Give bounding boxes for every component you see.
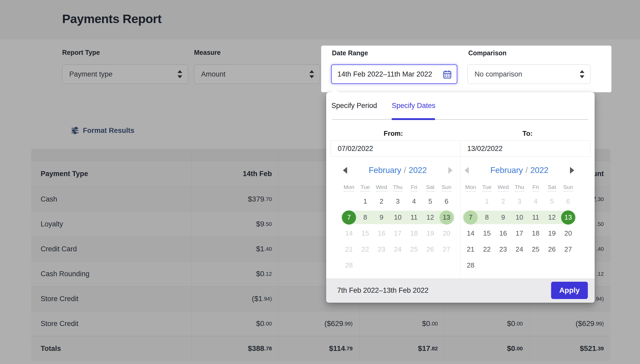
date-picker-popup: Specify Period Specify Dates From: To: 0… <box>326 92 595 303</box>
comparison-select[interactable]: No comparison <box>467 64 590 84</box>
popup-divider <box>460 157 460 278</box>
calendar-header: February/2022 <box>462 163 576 178</box>
calendar-day[interactable]: 14 <box>462 225 479 241</box>
calendar-day[interactable]: 16 <box>495 225 511 241</box>
calendar-day-empty <box>422 257 438 273</box>
calendar-day: 23 <box>373 241 390 257</box>
date-range-input[interactable]: 14th Feb 2022–11th Mar 2022 <box>331 64 457 84</box>
calendar-day: 18 <box>406 225 422 241</box>
calendar-day-empty <box>438 257 455 273</box>
month-year-separator: / <box>523 166 530 175</box>
calendar-day[interactable]: 21 <box>462 241 479 257</box>
calendar-day[interactable]: 2 <box>373 193 390 209</box>
date-range-value: 14th Feb 2022–11th Mar 2022 <box>337 70 432 78</box>
calendar-day[interactable]: 7 <box>462 209 479 225</box>
chevron-left-icon[interactable] <box>465 167 469 174</box>
calendar-day[interactable]: 24 <box>511 241 528 257</box>
calendar-day: 20 <box>438 225 455 241</box>
calendar-day[interactable]: 19 <box>544 225 560 241</box>
calendar-day: 19 <box>422 225 438 241</box>
calendar-day[interactable]: 4 <box>406 193 422 209</box>
weekday-label: Sat <box>544 184 560 190</box>
calendar-day[interactable]: 15 <box>479 225 495 241</box>
calendar-day[interactable]: 13 <box>560 209 576 225</box>
calendar-day-empty <box>495 257 511 273</box>
calendar-day-empty <box>544 257 560 273</box>
to-label: To: <box>488 129 567 138</box>
calendar-to: February/2022 MonTueWedThuFriSatSun 1234… <box>462 163 576 273</box>
calendar-day: 15 <box>357 225 373 241</box>
calendar-day-empty <box>341 193 357 209</box>
calendar-day[interactable]: 23 <box>495 241 511 257</box>
month-select[interactable]: February <box>490 166 523 175</box>
calendar-day[interactable]: 6 <box>438 193 455 209</box>
calendar-day[interactable]: 13 <box>438 209 455 225</box>
weekday-label: Mon <box>462 184 479 190</box>
calendar-day[interactable]: 22 <box>479 241 495 257</box>
calendar-header: February/2022 <box>341 163 455 178</box>
calendar-day[interactable]: 11 <box>528 209 544 225</box>
tab-specify-period[interactable]: Specify Period <box>331 102 377 110</box>
calendar-day-empty <box>479 257 495 273</box>
popup-footer: 7th Feb 2022–13th Feb 2022 Apply <box>326 278 595 303</box>
calendar-day: 14 <box>341 225 357 241</box>
calendar-day: 17 <box>390 225 406 241</box>
tab-specify-dates[interactable]: Specify Dates <box>392 102 435 110</box>
calendar-day[interactable]: 18 <box>528 225 544 241</box>
calendar-day[interactable]: 20 <box>560 225 576 241</box>
calendar-day[interactable]: 3 <box>390 193 406 209</box>
year-select[interactable]: 2022 <box>409 166 427 175</box>
calendar-day: 2 <box>495 193 511 209</box>
calendar-day[interactable]: 8 <box>357 209 373 225</box>
date-range-label: Date Range <box>332 49 368 57</box>
weekday-label: Fri <box>406 184 422 190</box>
calendar-day: 27 <box>438 241 455 257</box>
date-filter-card: Date Range 14th Feb 2022–11th Mar 2022 C… <box>321 46 611 92</box>
weekday-row: MonTueWedThuFriSatSun <box>462 184 576 190</box>
chevron-right-icon[interactable] <box>570 167 574 174</box>
to-date-input[interactable]: 13/02/2022 <box>460 140 590 157</box>
chevron-left-icon[interactable] <box>343 167 347 174</box>
calendar-day[interactable]: 26 <box>544 241 560 257</box>
calendar-day[interactable]: 12 <box>544 209 560 225</box>
chevron-right-icon[interactable] <box>448 167 453 174</box>
weekday-label: Sun <box>438 184 455 190</box>
calendar-day: 26 <box>422 241 438 257</box>
calendar-day[interactable]: 28 <box>462 257 479 273</box>
year-select[interactable]: 2022 <box>530 166 548 175</box>
calendar-day[interactable]: 7 <box>341 209 357 225</box>
month-select[interactable]: February <box>369 166 401 175</box>
calendar-day: 6 <box>560 193 576 209</box>
from-date-input[interactable]: 07/02/2022 <box>331 140 460 157</box>
calendar-day: 3 <box>511 193 528 209</box>
calendar-day-empty <box>406 257 422 273</box>
weekday-label: Sat <box>422 184 438 190</box>
day-grid: 1234567891011121314151617181920212223242… <box>341 193 455 273</box>
weekday-label: Thu <box>511 184 528 190</box>
weekday-label: Mon <box>341 184 357 190</box>
calendar-day[interactable]: 10 <box>511 209 528 225</box>
calendar-day[interactable]: 17 <box>511 225 528 241</box>
calendar-day[interactable]: 27 <box>560 241 576 257</box>
calendar-day-empty <box>462 193 479 209</box>
calendar-day-empty <box>511 257 528 273</box>
weekday-label: Wed <box>495 184 511 190</box>
calendar-day[interactable]: 9 <box>495 209 511 225</box>
calendar-day[interactable]: 9 <box>373 209 390 225</box>
calendar-day: 5 <box>544 193 560 209</box>
calendar-day: 1 <box>479 193 495 209</box>
popup-caret <box>331 89 339 93</box>
calendar-day-empty <box>390 257 406 273</box>
calendar-day[interactable]: 5 <box>422 193 438 209</box>
apply-button[interactable]: Apply <box>551 282 588 299</box>
calendar-day[interactable]: 12 <box>422 209 438 225</box>
selected-range-summary: 7th Feb 2022–13th Feb 2022 <box>337 278 428 303</box>
calendar-day[interactable]: 1 <box>357 193 373 209</box>
calendar-day[interactable]: 25 <box>528 241 544 257</box>
weekday-label: Fri <box>528 184 544 190</box>
calendar-icon <box>443 69 452 79</box>
calendar-day[interactable]: 8 <box>479 209 495 225</box>
calendar-day[interactable]: 11 <box>406 209 422 225</box>
calendar-day: 28 <box>341 257 357 273</box>
calendar-day[interactable]: 10 <box>390 209 406 225</box>
